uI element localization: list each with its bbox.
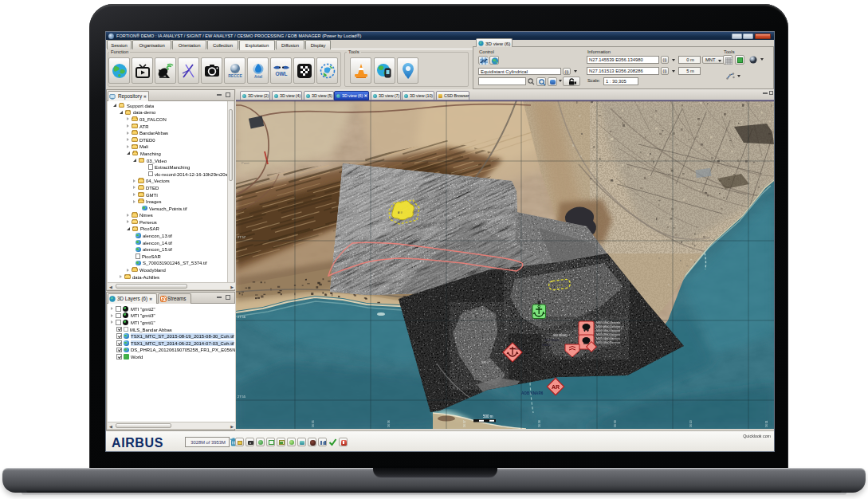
svg-text:SM 0: SM 0 (515, 348, 522, 351)
svg-text:56 08: 56 08 (538, 420, 541, 427)
svg-text:56 05: 56 05 (312, 420, 315, 427)
svg-text:M4G 08x0 4xxxxxx: M4G 08x0 4xxxxxx (596, 325, 621, 328)
svg-text:M4G 08x0 4xxxxxx: M4G 08x0 4xxxxxx (596, 341, 621, 344)
svg-text:SM 0800D: SM 0800D (545, 339, 560, 342)
svg-text:Ariel: Ariel (253, 74, 261, 78)
svg-text:56 11: 56 11 (765, 420, 768, 427)
svg-text:AOB KNAR6: AOB KNAR6 (521, 391, 544, 395)
svg-text:500 m: 500 m (483, 415, 493, 418)
svg-text:♛♕: ♛♕ (397, 210, 403, 214)
svg-text:OWL: OWL (275, 71, 287, 77)
svg-text:RECCE: RECCE (228, 73, 242, 78)
svg-text:27 57: 27 57 (238, 235, 246, 239)
svg-text:Parot: Parot (242, 161, 249, 165)
svg-text:M4G 08x0 4xxxxxx: M4G 08x0 4xxxxxx (596, 333, 621, 336)
svg-text:MA4 D: MA4 D (542, 344, 552, 347)
svg-text:56 09: 56 09 (614, 420, 617, 427)
svg-text:1: 1 (555, 372, 557, 377)
svg-text:M4G 08x0 4xxxxxx: M4G 08x0 4xxxxxx (596, 321, 621, 324)
svg-text:SM 0: SM 0 (481, 361, 489, 364)
svg-text:M4G 08x0 4xxxxxx: M4G 08x0 4xxxxxx (596, 337, 621, 340)
svg-text:27 56: 27 56 (238, 315, 246, 319)
svg-text:27 55: 27 55 (238, 395, 246, 399)
svg-text:M4G 08x0 4xxxxxx: M4G 08x0 4xxxxxx (596, 329, 621, 332)
svg-text:56 07: 56 07 (463, 420, 466, 427)
svg-text:SM 0800D: SM 0800D (553, 334, 568, 337)
svg-text:56 10: 56 10 (689, 420, 693, 427)
svg-text:56 06: 56 06 (387, 420, 391, 427)
svg-text:AR: AR (552, 384, 560, 390)
